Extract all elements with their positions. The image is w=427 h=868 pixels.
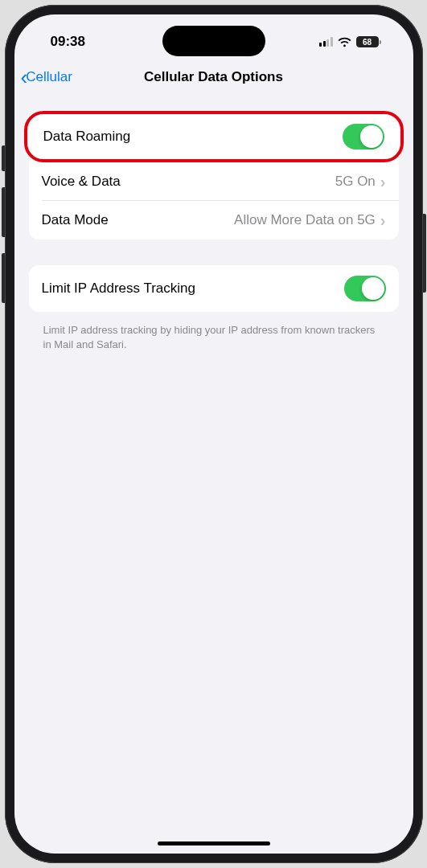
row-label: Voice & Data [42, 174, 335, 190]
navigation-bar: ‹ Cellular Cellular Data Options [14, 61, 413, 96]
volume-up[interactable] [2, 187, 5, 237]
power-button[interactable] [423, 214, 426, 293]
phone-screen: 09:38 68 [14, 14, 413, 854]
chevron-right-icon: › [380, 212, 386, 228]
home-indicator[interactable] [158, 841, 270, 845]
row-limit-ip-tracking[interactable]: Limit IP Address Tracking [29, 265, 399, 312]
chevron-right-icon: › [380, 174, 386, 190]
battery-percentage: 68 [363, 38, 372, 47]
dynamic-island [162, 26, 265, 56]
page-title: Cellular Data Options [24, 69, 404, 85]
row-label: Limit IP Address Tracking [42, 280, 344, 297]
settings-group-1: Data Roaming Voice & Data 5G On › Data M… [29, 111, 399, 240]
back-label: Cellular [26, 69, 72, 85]
group-footer-text: Limit IP address tracking by hiding your… [29, 317, 399, 351]
settings-group-2: Limit IP Address Tracking [29, 265, 399, 312]
toggle-knob [360, 125, 383, 148]
cellular-signal-icon [319, 37, 333, 47]
phone-frame: 09:38 68 [5, 5, 423, 863]
row-value: Allow More Data on 5G [234, 212, 376, 228]
toggle-knob [362, 277, 384, 300]
data-roaming-toggle[interactable] [343, 124, 384, 149]
status-indicators: 68 [319, 36, 381, 47]
back-button[interactable]: ‹ Cellular [21, 67, 72, 88]
limit-ip-tracking-toggle[interactable] [344, 276, 386, 301]
battery-indicator: 68 [356, 36, 381, 47]
row-data-mode[interactable]: Data Mode Allow More Data on 5G › [29, 201, 399, 240]
side-buttons-left [2, 145, 5, 319]
row-value: 5G On [335, 174, 376, 190]
volume-down[interactable] [2, 253, 5, 303]
wifi-icon [338, 37, 351, 47]
mute-switch[interactable] [2, 145, 5, 171]
row-label: Data Roaming [43, 129, 343, 145]
content-area: Data Roaming Voice & Data 5G On › Data M… [14, 96, 413, 351]
row-label: Data Mode [42, 212, 235, 228]
row-data-roaming[interactable]: Data Roaming [24, 111, 404, 162]
row-voice-data[interactable]: Voice & Data 5G On › [29, 162, 399, 201]
status-time: 09:38 [51, 34, 85, 50]
